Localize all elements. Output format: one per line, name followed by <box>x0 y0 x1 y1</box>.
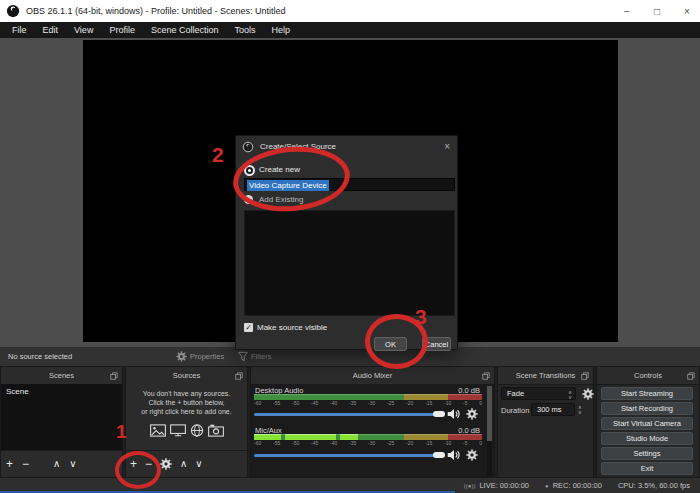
close-button[interactable]: × <box>680 6 694 17</box>
duration-value: 300 ms <box>537 404 562 415</box>
volume-slider[interactable] <box>254 454 439 457</box>
menu-item-help[interactable]: Help <box>263 25 298 35</box>
tick-label: -15 <box>425 440 432 446</box>
annotation-circle-1 <box>115 451 161 489</box>
scrollbar-thumb[interactable] <box>487 386 492 441</box>
menu-item-view[interactable]: View <box>66 25 101 35</box>
gear-icon[interactable] <box>582 388 594 400</box>
dialog-close-button[interactable]: × <box>444 136 450 158</box>
image-icon <box>150 424 166 437</box>
menu-item-edit[interactable]: Edit <box>35 25 67 35</box>
obs-logo-icon <box>6 4 20 18</box>
camera-icon <box>208 424 224 437</box>
meter-scale: -60-55-50-45-40-35-30-25-20-15-10-50 <box>254 440 482 446</box>
panel-popout-icon <box>482 372 490 380</box>
sources-properties-button gear-icon[interactable] <box>160 458 172 470</box>
sources-header[interactable]: Sources <box>126 367 247 385</box>
transition-value: Fade <box>507 388 524 399</box>
studio-mode-button[interactable]: Studio Mode <box>601 432 693 445</box>
menu-item-file[interactable]: File <box>4 25 35 35</box>
slider-handle[interactable] <box>433 411 445 417</box>
mixer-title: Audio Mixer <box>251 367 494 384</box>
sources-title: Sources <box>126 367 247 384</box>
tick-label: -60 <box>254 400 261 406</box>
settings-button[interactable]: Settings <box>601 447 693 460</box>
mixer-header[interactable]: Audio Mixer <box>251 367 494 385</box>
rec-timer: REC: 00:00:00 <box>553 481 602 490</box>
panel-scenes: Scenes Scene + − ∧ ∨ <box>0 366 123 478</box>
live-timer: LIVE: 00:00:00 <box>479 481 529 490</box>
tick-label: -20 <box>406 400 413 406</box>
scenes-move-down-button[interactable]: ∨ <box>69 452 76 476</box>
scene-list[interactable]: Scene <box>1 384 122 451</box>
tick-label: -5 <box>463 400 467 406</box>
tick-label: -20 <box>406 440 413 446</box>
panel-audio-mixer: Audio Mixer Desktop Audio 0.0 dB -60-55-… <box>250 366 495 478</box>
tick-label: -50 <box>292 400 299 406</box>
annotation-number-1: 1 <box>116 421 127 443</box>
scenes-add-button[interactable]: + <box>6 452 13 476</box>
select-down-icon[interactable]: ∨ <box>568 395 572 400</box>
start-streaming-button[interactable]: Start Streaming <box>601 387 693 400</box>
gear-icon[interactable] <box>466 449 478 461</box>
tick-label: -35 <box>349 400 356 406</box>
menu-item-scene-collection[interactable]: Scene Collection <box>143 25 227 35</box>
properties-button[interactable]: Properties <box>176 349 224 364</box>
mixer-scrollbar[interactable] <box>487 386 492 476</box>
obs-logo-icon <box>242 141 254 153</box>
make-visible-checkbox[interactable]: ✓ <box>244 323 253 332</box>
live-status: ((●)) LIVE: 00:00:00 <box>464 481 529 490</box>
scene-list-item[interactable]: Scene <box>1 384 122 399</box>
menu-item-profile[interactable]: Profile <box>101 25 143 35</box>
speaker-icon[interactable] <box>447 449 461 461</box>
exit-button[interactable]: Exit <box>601 462 693 475</box>
tick-label: -55 <box>273 400 280 406</box>
minimize-button[interactable]: − <box>620 6 634 17</box>
panel-popout-icon <box>235 372 243 380</box>
tick-label: -50 <box>292 440 299 446</box>
tick-label: -60 <box>254 440 261 446</box>
sources-move-up-button[interactable]: ∧ <box>180 452 187 476</box>
slider-handle[interactable] <box>433 452 445 458</box>
transition-select[interactable]: Fade ∧ ∨ <box>501 387 576 400</box>
tick-label: -45 <box>311 400 318 406</box>
panel-popout-icon <box>581 372 589 380</box>
scenes-remove-button[interactable]: − <box>22 452 29 476</box>
start-virtual-camera-button[interactable]: Start Virtual Camera <box>601 417 693 430</box>
spinner-down-icon[interactable]: ∨ <box>578 410 582 415</box>
panel-popout-icon <box>687 372 695 380</box>
make-visible-label: Make source visible <box>257 323 327 332</box>
duration-spinner[interactable]: ∧ ∨ <box>578 405 582 414</box>
tick-label: -55 <box>273 440 280 446</box>
tick-label: -40 <box>330 400 337 406</box>
duration-label: Duration <box>501 406 529 415</box>
globe-icon <box>190 424 204 437</box>
transitions-header[interactable]: Scene Transitions <box>498 367 593 385</box>
sources-empty-state[interactable]: You don't have any sources. Click the + … <box>126 384 247 451</box>
tick-label: -30 <box>368 440 375 446</box>
start-recording-button[interactable]: Start Recording <box>601 402 693 415</box>
scenes-move-up-button[interactable]: ∧ <box>53 452 60 476</box>
volume-slider[interactable] <box>254 413 439 416</box>
speaker-icon[interactable] <box>447 408 461 420</box>
tick-label: 0 <box>479 400 482 406</box>
menubar: File Edit View Profile Scene Collection … <box>0 22 700 38</box>
tick-label: 0 <box>479 440 482 446</box>
sources-move-down-button[interactable]: ∨ <box>195 452 202 476</box>
controls-title: Controls <box>597 367 699 384</box>
filters-button[interactable]: Filters <box>238 349 271 364</box>
scenes-title: Scenes <box>1 367 122 384</box>
existing-sources-list[interactable] <box>244 210 455 316</box>
properties-label: Properties <box>190 352 224 361</box>
sources-empty-line: or right click here to add one. <box>126 407 247 416</box>
duration-input[interactable]: 300 ms <box>531 403 575 416</box>
gear-icon <box>176 351 187 362</box>
maximize-button[interactable]: □ <box>650 6 664 17</box>
gear-icon[interactable] <box>466 408 478 420</box>
menu-item-tools[interactable]: Tools <box>226 25 263 35</box>
controls-header[interactable]: Controls <box>597 367 699 385</box>
scenes-header[interactable]: Scenes <box>1 367 122 385</box>
rec-dot-icon: ● <box>545 483 549 489</box>
tick-label: -30 <box>368 400 375 406</box>
scenes-toolbar: + − ∧ ∨ <box>1 450 122 477</box>
